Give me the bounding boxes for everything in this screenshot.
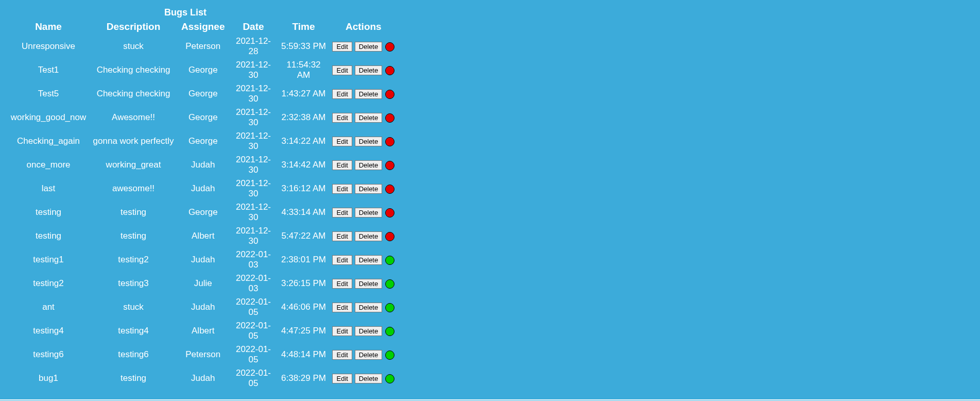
cell-description: awesome!!: [90, 177, 177, 201]
cell-actions: Edit Delete: [329, 82, 398, 106]
delete-button[interactable]: Delete: [355, 208, 383, 218]
cell-date: 2021-12-30: [229, 224, 278, 248]
delete-button[interactable]: Delete: [355, 65, 383, 75]
table-row: once_moreworking_greatJudah2021-12-303:1…: [7, 153, 398, 177]
status-indicator-icon: [385, 137, 394, 146]
cell-description: working_great: [90, 153, 177, 177]
table-row: antstuckJudah2022-01-054:46:06 PMEdit De…: [7, 295, 398, 319]
edit-button[interactable]: Edit: [332, 42, 352, 52]
cell-name: testing: [7, 224, 90, 248]
delete-button[interactable]: Delete: [355, 231, 383, 241]
delete-button[interactable]: Delete: [355, 113, 383, 123]
edit-button[interactable]: Edit: [332, 208, 352, 218]
list-title: Bugs List: [0, 0, 371, 19]
cell-assignee: Judah: [177, 153, 229, 177]
status-indicator-icon: [385, 161, 394, 170]
delete-button[interactable]: Delete: [355, 303, 383, 312]
edit-button[interactable]: Edit: [332, 160, 352, 170]
cell-description: stuck: [90, 35, 177, 58]
cell-date: 2022-01-03: [229, 272, 278, 295]
edit-button[interactable]: Edit: [332, 374, 352, 383]
cell-assignee: George: [177, 82, 229, 106]
status-indicator-icon: [385, 113, 394, 123]
edit-button[interactable]: Edit: [332, 89, 352, 99]
cell-actions: Edit Delete: [329, 248, 398, 272]
cell-description: gonna work perfectly: [90, 129, 177, 153]
cell-description: Checking checking: [90, 82, 177, 106]
delete-button[interactable]: Delete: [355, 326, 383, 336]
cell-actions: Edit Delete: [329, 366, 398, 390]
edit-button[interactable]: Edit: [332, 255, 352, 265]
delete-button[interactable]: Delete: [355, 350, 383, 360]
table-row: testing2testing3Julie2022-01-033:26:15 P…: [7, 272, 398, 295]
table-row: testingtestingGeorge2021-12-304:33:14 AM…: [7, 201, 398, 224]
edit-button[interactable]: Edit: [332, 113, 352, 123]
cell-name: ant: [7, 295, 90, 319]
delete-button[interactable]: Delete: [355, 255, 383, 265]
bugs-table: Name Description Assignee Date Time Acti…: [7, 19, 398, 390]
edit-button[interactable]: Edit: [332, 137, 352, 146]
delete-button[interactable]: Delete: [355, 279, 383, 289]
table-row: testing6testing6Peterson2022-01-054:48:1…: [7, 343, 398, 366]
cell-time: 1:43:27 AM: [278, 82, 329, 106]
cell-assignee: George: [177, 201, 229, 224]
edit-button[interactable]: Edit: [332, 184, 352, 194]
cell-assignee: Judah: [177, 248, 229, 272]
cell-time: 3:16:12 AM: [278, 177, 329, 201]
edit-button[interactable]: Edit: [332, 350, 352, 360]
header-actions: Actions: [329, 19, 398, 35]
delete-button[interactable]: Delete: [355, 184, 383, 194]
edit-button[interactable]: Edit: [332, 279, 352, 289]
status-indicator-icon: [385, 279, 394, 289]
cell-time: 11:54:32 AM: [278, 58, 329, 82]
table-row: testingtestingAlbert2021-12-305:47:22 AM…: [7, 224, 398, 248]
cell-date: 2021-12-30: [229, 153, 278, 177]
edit-button[interactable]: Edit: [332, 303, 352, 312]
cell-time: 2:38:01 PM: [278, 248, 329, 272]
table-row: testing4testing4Albert2022-01-054:47:25 …: [7, 319, 398, 343]
cell-actions: Edit Delete: [329, 129, 398, 153]
cell-actions: Edit Delete: [329, 343, 398, 366]
cell-actions: Edit Delete: [329, 295, 398, 319]
table-row: Test1Checking checkingGeorge2021-12-3011…: [7, 58, 398, 82]
cell-description: Awesome!!: [90, 106, 177, 129]
cell-assignee: Albert: [177, 319, 229, 343]
status-indicator-icon: [385, 374, 394, 383]
cell-description: testing: [90, 366, 177, 390]
cell-actions: Edit Delete: [329, 153, 398, 177]
cell-name: testing4: [7, 319, 90, 343]
table-row: lastawesome!!Judah2021-12-303:16:12 AMEd…: [7, 177, 398, 201]
status-indicator-icon: [385, 90, 394, 99]
edit-button[interactable]: Edit: [332, 231, 352, 241]
cell-name: testing: [7, 201, 90, 224]
cell-assignee: Julie: [177, 272, 229, 295]
delete-button[interactable]: Delete: [355, 89, 383, 99]
cell-name: last: [7, 177, 90, 201]
status-indicator-icon: [385, 232, 394, 241]
cell-assignee: Judah: [177, 177, 229, 201]
status-indicator-icon: [385, 350, 394, 360]
table-row: bug1testingJudah2022-01-056:38:29 PMEdit…: [7, 366, 398, 390]
cell-actions: Edit Delete: [329, 272, 398, 295]
delete-button[interactable]: Delete: [355, 137, 383, 146]
header-description: Description: [90, 19, 177, 35]
delete-button[interactable]: Delete: [355, 42, 383, 52]
cell-actions: Edit Delete: [329, 35, 398, 58]
cell-time: 3:14:42 AM: [278, 153, 329, 177]
table-row: UnresponsivestuckPeterson2021-12-285:59:…: [7, 35, 398, 58]
delete-button[interactable]: Delete: [355, 160, 383, 170]
edit-button[interactable]: Edit: [332, 65, 352, 75]
header-time: Time: [278, 19, 329, 35]
delete-button[interactable]: Delete: [355, 374, 383, 383]
cell-name: testing6: [7, 343, 90, 366]
cell-time: 6:38:29 PM: [278, 366, 329, 390]
cell-time: 3:14:22 AM: [278, 129, 329, 153]
table-row: Test5Checking checkingGeorge2021-12-301:…: [7, 82, 398, 106]
status-indicator-icon: [385, 185, 394, 194]
cell-date: 2021-12-30: [229, 129, 278, 153]
cell-name: Test1: [7, 58, 90, 82]
cell-time: 5:59:33 PM: [278, 35, 329, 58]
cell-assignee: George: [177, 106, 229, 129]
cell-description: testing4: [90, 319, 177, 343]
edit-button[interactable]: Edit: [332, 326, 352, 336]
